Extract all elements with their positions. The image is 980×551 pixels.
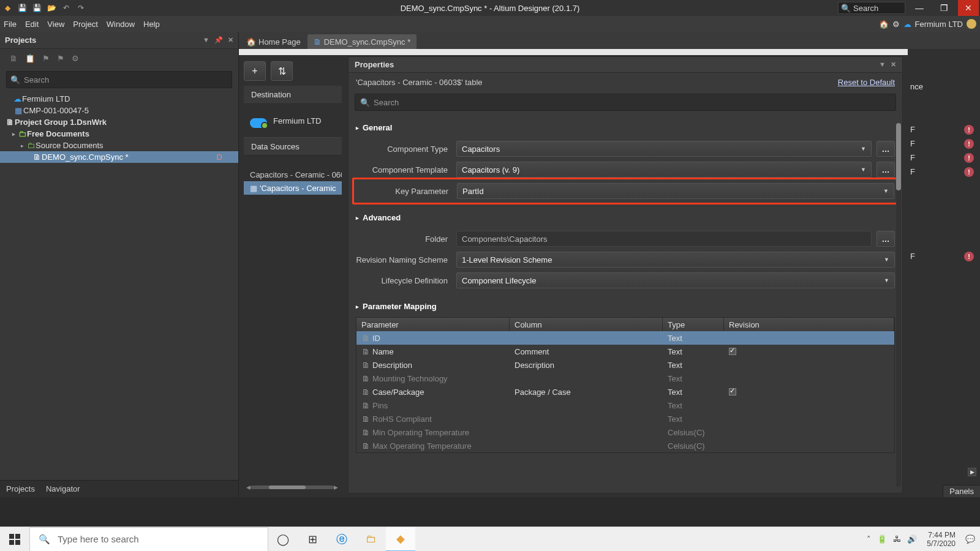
component-type-combo[interactable]: Capacitors▼ [456, 141, 872, 157]
panel-pin-icon[interactable]: 📌 [214, 36, 223, 44]
reset-to-default-link[interactable]: Reset to Default [838, 78, 895, 87]
col-type[interactable]: Type [663, 318, 724, 331]
parameter-mapping-header-row: Parameter Column Type Revision [356, 318, 894, 331]
right-strip-scrollbar[interactable]: ▶ [908, 468, 976, 476]
properties-vertical-scrollbar[interactable] [896, 123, 901, 487]
destination-name: Fermium LTD [273, 116, 321, 126]
add-button[interactable]: + [244, 61, 266, 81]
properties-search-input[interactable]: 🔍Search [355, 94, 896, 111]
task-view-icon[interactable]: ⊞ [298, 527, 327, 552]
cortana-icon[interactable]: ◯ [268, 527, 298, 552]
component-template-combo[interactable]: Capacitors (v. 9)▼ [456, 162, 872, 178]
section-parameter-mapping-header[interactable]: ▸Parameter Mapping [356, 302, 895, 311]
table-row[interactable]: 🗎IDText [356, 331, 894, 345]
save-all-icon[interactable]: 💾 [31, 2, 43, 14]
tray-volume-icon[interactable]: 🔊 [907, 534, 917, 544]
revision-scheme-combo[interactable]: 1-Level Revision Scheme▼ [456, 252, 895, 268]
properties-menu-icon[interactable]: ▼ [879, 61, 886, 69]
col-parameter[interactable]: Parameter [356, 318, 510, 331]
open-icon[interactable]: 📂 [45, 2, 58, 14]
table-row[interactable]: 🗎Case/PackagePackage / CaseText [356, 385, 894, 399]
user-dropdown-icon[interactable] [967, 19, 976, 29]
table-row[interactable]: 🗎RoHS CompliantText [356, 412, 894, 425]
lifecycle-definition-combo[interactable]: Component Lifecycle▼ [456, 272, 895, 288]
col-revision[interactable]: Revision [724, 318, 894, 331]
projects-tree[interactable]: ☁Fermium LTD ▦CMP-001-00047-5 🗎Project G… [0, 92, 238, 480]
section-general-header[interactable]: ▸General [356, 123, 895, 132]
table-row[interactable]: 🗎DescriptionDescriptionText [356, 358, 894, 372]
altium-taskbar-icon[interactable]: ◆ [386, 527, 415, 552]
col-column[interactable]: Column [510, 318, 663, 331]
component-type-browse-button[interactable]: … [876, 141, 895, 157]
close-button[interactable]: ✕ [958, 0, 979, 16]
table-row[interactable]: 🗎NameCommentText [356, 345, 894, 358]
menu-window[interactable]: Window [107, 20, 135, 29]
component-template-browse-button[interactable]: … [876, 162, 895, 178]
undo-icon[interactable]: ↶ [60, 2, 72, 14]
datasource-item[interactable]: Capacitors - Ceramic - 060 [244, 168, 342, 181]
tab-navigator[interactable]: Navigator [46, 484, 80, 493]
config-nav: Destination Fermium LTD Data Sources Cap… [244, 86, 342, 195]
key-parameter-combo[interactable]: PartId▼ [457, 183, 894, 199]
properties-title: Properties [355, 60, 394, 69]
status-row [908, 179, 976, 193]
menu-edit[interactable]: Edit [25, 20, 39, 29]
properties-close-icon[interactable]: ✕ [891, 61, 896, 69]
tree-cmp[interactable]: ▦CMP-001-00047-5 [0, 105, 238, 116]
minimize-button[interactable]: — [909, 0, 930, 16]
home-icon[interactable]: 🏠 [879, 20, 889, 29]
tree-org[interactable]: ☁Fermium LTD [0, 93, 238, 105]
explorer-icon[interactable]: 🗀 [356, 527, 386, 552]
start-button[interactable] [0, 527, 29, 552]
tab-projects[interactable]: Projects [6, 484, 35, 493]
menu-file[interactable]: File [4, 20, 17, 29]
projects-search-input[interactable]: 🔍 Search [6, 71, 232, 88]
app-icon: ◆ [1, 2, 13, 14]
settings-icon[interactable]: ⚙ [72, 54, 79, 63]
flag-icon[interactable]: ⚑ [57, 54, 64, 63]
nav-destination-header[interactable]: Destination [244, 86, 342, 104]
taskbar-clock[interactable]: 7:44 PM 5/7/2020 [923, 531, 959, 548]
tab-demo-sync[interactable]: 🗎DEMO_sync.CmpSync * [307, 34, 417, 49]
save-icon[interactable]: 💾 [16, 2, 28, 14]
tree-doc-selected[interactable]: 🗎DEMO_sync.CmpSync *D [0, 151, 238, 163]
section-advanced-header[interactable]: ▸Advanced [356, 213, 895, 222]
tree-free-documents[interactable]: ▸🗀Free Documents [0, 128, 238, 140]
table-row[interactable]: 🗎PinsText [356, 399, 894, 412]
edge-icon[interactable]: ⓔ [327, 527, 356, 552]
table-row[interactable]: 🗎Min Operating TemperatureCelsius(C) [356, 425, 894, 439]
sync-button[interactable]: ⇅ [271, 61, 293, 81]
global-search-input[interactable]: 🔍 Search [838, 2, 905, 14]
redo-icon[interactable]: ↷ [75, 2, 87, 14]
nav-horizontal-scrollbar[interactable]: ◀▶ [246, 484, 338, 491]
folder-browse-button[interactable]: … [876, 231, 895, 247]
menu-help[interactable]: Help [143, 20, 160, 29]
tree-source-documents[interactable]: ▸🗀Source Documents [0, 140, 238, 151]
component-type-label: Component Type [356, 144, 451, 154]
panel-menu-icon[interactable]: ▼ [203, 36, 209, 44]
tray-battery-icon[interactable]: 🔋 [877, 534, 887, 544]
menu-view[interactable]: View [47, 20, 64, 29]
table-row[interactable]: 🗎Max Operating TemperatureCelsius(C) [356, 439, 894, 452]
tray-network-icon[interactable]: 🖧 [893, 534, 901, 544]
clipboard-icon[interactable]: 📋 [25, 54, 35, 63]
panel-close-icon[interactable]: ✕ [228, 36, 233, 44]
table-row[interactable]: 🗎Mounting TechnologyText [356, 372, 894, 385]
notifications-icon[interactable]: 💬 [965, 534, 975, 544]
menu-project[interactable]: Project [73, 20, 97, 29]
maximize-button[interactable]: ❐ [933, 0, 954, 16]
lifecycle-definition-label: Lifecycle Definition [356, 276, 451, 285]
nav-datasources-header[interactable]: Data Sources [244, 137, 342, 156]
gear-icon[interactable]: ⚙ [892, 20, 900, 29]
tree-project-group[interactable]: 🗎Project Group 1.DsnWrk [0, 116, 238, 128]
taskbar-search-input[interactable]: 🔍 Type here to search [29, 527, 268, 552]
user-org-label[interactable]: Fermium LTD [915, 20, 963, 29]
refresh-icon[interactable]: ⚑ [42, 54, 50, 63]
datasource-item-selected[interactable]: ▦'Capacitors - Ceramic [244, 181, 342, 195]
row-folder: Folder Components\Capacitors … [356, 228, 895, 249]
panels-button[interactable]: Panels [943, 485, 980, 497]
tray-chevron-icon[interactable]: ˄ [867, 534, 871, 544]
svg-rect-1 [15, 534, 20, 539]
file-icon[interactable]: 🗎 [10, 54, 18, 63]
tab-home-page[interactable]: 🏠Home Page [240, 34, 307, 49]
